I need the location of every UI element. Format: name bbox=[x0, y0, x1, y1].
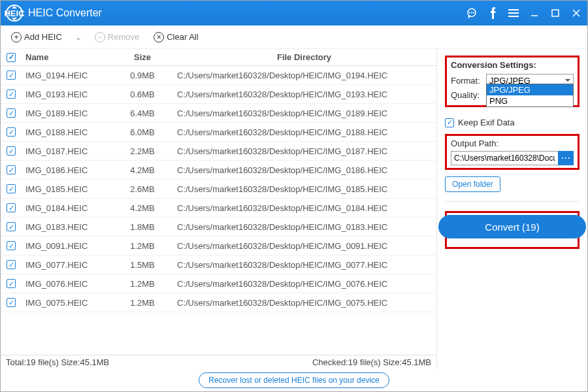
row-checkbox[interactable]: ✓ bbox=[7, 90, 16, 99]
col-size-header[interactable]: Size bbox=[113, 52, 172, 62]
table-row[interactable]: ✓IMG_0077.HEIC1.5MBC:/Users/market160328… bbox=[1, 255, 436, 274]
minus-icon: − bbox=[95, 32, 105, 42]
row-checkbox[interactable]: ✓ bbox=[7, 146, 16, 155]
row-checkbox[interactable]: ✓ bbox=[7, 108, 16, 118]
col-name-header[interactable]: Name bbox=[22, 52, 113, 62]
cell-dir: C:/Users/market160328/Desktop/HEIC/IMG_0… bbox=[172, 90, 436, 99]
cell-dir: C:/Users/market160328/Desktop/HEIC/IMG_0… bbox=[172, 241, 436, 251]
cell-size: 4.2MB bbox=[113, 203, 172, 213]
row-checkbox[interactable]: ✓ bbox=[7, 241, 16, 250]
cell-dir: C:/Users/market160328/Desktop/HEIC/IMG_0… bbox=[172, 108, 436, 118]
file-list-panel: ✓ Name Size File Directory ✓IMG_0194.HEI… bbox=[1, 49, 437, 369]
settings-title: Conversion Settings: bbox=[451, 60, 574, 70]
row-checkbox[interactable]: ✓ bbox=[7, 71, 16, 80]
output-path-input[interactable] bbox=[451, 151, 558, 165]
table-row[interactable]: ✓IMG_0186.HEIC4.2MBC:/Users/market160328… bbox=[1, 161, 436, 180]
table-body: ✓IMG_0194.HEIC0.9MBC:/Users/market160328… bbox=[1, 66, 436, 355]
cell-dir: C:/Users/market160328/Desktop/HEIC/IMG_0… bbox=[172, 127, 436, 137]
table-row[interactable]: ✓IMG_0188.HEIC6.0MBC:/Users/market160328… bbox=[1, 123, 436, 142]
format-option-jpg[interactable]: JPG/JPEG bbox=[487, 84, 573, 95]
cell-size: 6.0MB bbox=[113, 127, 172, 137]
browse-button[interactable]: ⋯ bbox=[558, 151, 574, 165]
output-path-box: Output Path: ⋯ bbox=[445, 134, 580, 170]
row-checkbox[interactable]: ✓ bbox=[7, 165, 16, 174]
add-dropdown-icon[interactable]: ⌄ bbox=[73, 33, 84, 42]
cell-name: IMG_0077.HEIC bbox=[22, 260, 113, 270]
svg-rect-4 bbox=[552, 10, 559, 16]
cell-name: IMG_0076.HEIC bbox=[22, 279, 113, 289]
cell-dir: C:/Users/market160328/Desktop/HEIC/IMG_0… bbox=[172, 203, 436, 213]
cell-dir: C:/Users/market160328/Desktop/HEIC/IMG_0… bbox=[172, 260, 436, 270]
feedback-icon[interactable] bbox=[466, 7, 478, 19]
table-row[interactable]: ✓IMG_0091.HEIC1.2MBC:/Users/market160328… bbox=[1, 237, 436, 255]
table-row[interactable]: ✓IMG_0184.HEIC4.2MBC:/Users/market160328… bbox=[1, 199, 436, 218]
conversion-settings-box: Conversion Settings: Format: JPG/JPEG Qu… bbox=[445, 56, 580, 107]
cell-size: 1.8MB bbox=[113, 222, 172, 232]
col-dir-header[interactable]: File Directory bbox=[172, 52, 436, 62]
table-header: ✓ Name Size File Directory bbox=[1, 49, 436, 66]
select-all-checkbox[interactable]: ✓ bbox=[7, 53, 16, 62]
cell-dir: C:/Users/market160328/Desktop/HEIC/IMG_0… bbox=[172, 184, 436, 194]
row-checkbox[interactable]: ✓ bbox=[7, 203, 16, 212]
cell-size: 4.2MB bbox=[113, 165, 172, 175]
cell-name: IMG_0075.HEIC bbox=[22, 298, 113, 308]
format-option-png[interactable]: PNG bbox=[487, 95, 573, 106]
menu-icon[interactable] bbox=[508, 7, 519, 19]
x-icon: × bbox=[154, 32, 164, 42]
table-row[interactable]: ✓IMG_0075.HEIC1.2MBC:/Users/market160328… bbox=[1, 293, 436, 312]
cell-name: IMG_0187.HEIC bbox=[22, 146, 113, 156]
cell-dir: C:/Users/market160328/Desktop/HEIC/IMG_0… bbox=[172, 298, 436, 308]
format-label: Format: bbox=[451, 76, 486, 86]
row-checkbox[interactable]: ✓ bbox=[7, 279, 16, 288]
convert-button[interactable]: Convert (19) bbox=[438, 215, 586, 238]
table-row[interactable]: ✓IMG_0076.HEIC1.2MBC:/Users/market160328… bbox=[1, 274, 436, 293]
plus-icon: + bbox=[11, 32, 22, 42]
keep-exif-label: Keep Exif Data bbox=[458, 118, 515, 127]
row-checkbox[interactable]: ✓ bbox=[7, 184, 16, 193]
app-title: HEIC Converter bbox=[28, 7, 466, 19]
clear-all-button[interactable]: ×Clear All bbox=[150, 29, 202, 45]
cell-size: 2.2MB bbox=[113, 146, 172, 156]
row-checkbox[interactable]: ✓ bbox=[7, 298, 16, 307]
cell-name: IMG_0186.HEIC bbox=[22, 165, 113, 175]
table-row[interactable]: ✓IMG_0183.HEIC1.8MBC:/Users/market160328… bbox=[1, 218, 436, 237]
format-dropdown: JPG/JPEG PNG bbox=[486, 84, 574, 107]
toolbar: +Add HEIC ⌄ −Remove ×Clear All bbox=[1, 25, 587, 49]
status-total: Total:19 file(s) Size:45.1MB bbox=[6, 357, 109, 367]
row-checkbox[interactable]: ✓ bbox=[7, 260, 16, 269]
cell-size: 2.6MB bbox=[113, 184, 172, 194]
minimize-icon[interactable] bbox=[529, 7, 540, 19]
table-row[interactable]: ✓IMG_0194.HEIC0.9MBC:/Users/market160328… bbox=[1, 66, 436, 85]
cell-dir: C:/Users/market160328/Desktop/HEIC/IMG_0… bbox=[172, 279, 436, 289]
svg-point-3 bbox=[474, 12, 474, 13]
app-logo: HEIC bbox=[6, 5, 23, 22]
table-row[interactable]: ✓IMG_0193.HEIC0.6MBC:/Users/market160328… bbox=[1, 85, 436, 104]
table-row[interactable]: ✓IMG_0187.HEIC2.2MBC:/Users/market160328… bbox=[1, 142, 436, 161]
quality-label: Quality: bbox=[451, 90, 486, 100]
cell-dir: C:/Users/market160328/Desktop/HEIC/IMG_0… bbox=[172, 165, 436, 175]
row-checkbox[interactable]: ✓ bbox=[7, 222, 16, 231]
table-row[interactable]: ✓IMG_0189.HEIC6.4MBC:/Users/market160328… bbox=[1, 104, 436, 123]
cell-name: IMG_0188.HEIC bbox=[22, 127, 113, 137]
close-icon[interactable] bbox=[570, 7, 582, 19]
cell-dir: C:/Users/market160328/Desktop/HEIC/IMG_0… bbox=[172, 146, 436, 156]
cell-dir: C:/Users/market160328/Desktop/HEIC/IMG_0… bbox=[172, 222, 436, 232]
divider bbox=[445, 201, 580, 202]
cell-size: 1.2MB bbox=[113, 241, 172, 251]
status-checked: Checked:19 file(s) Size:45.1MB bbox=[312, 357, 431, 367]
cell-name: IMG_0189.HEIC bbox=[22, 108, 113, 118]
cell-size: 1.2MB bbox=[113, 298, 172, 308]
row-checkbox[interactable]: ✓ bbox=[7, 127, 16, 137]
open-folder-button[interactable]: Open folder bbox=[445, 176, 500, 192]
keep-exif-checkbox[interactable]: ✓ bbox=[445, 118, 454, 127]
cell-name: IMG_0185.HEIC bbox=[22, 184, 113, 194]
table-row[interactable]: ✓IMG_0185.HEIC2.6MBC:/Users/market160328… bbox=[1, 180, 436, 199]
recover-link[interactable]: Recover lost or deleted HEIC files on yo… bbox=[199, 372, 389, 388]
cell-name: IMG_0183.HEIC bbox=[22, 222, 113, 232]
maximize-icon[interactable] bbox=[549, 7, 561, 19]
cell-name: IMG_0184.HEIC bbox=[22, 203, 113, 213]
remove-button[interactable]: −Remove bbox=[91, 29, 143, 45]
facebook-icon[interactable] bbox=[487, 7, 498, 19]
svg-point-2 bbox=[472, 12, 472, 13]
add-heic-button[interactable]: +Add HEIC bbox=[7, 29, 66, 45]
